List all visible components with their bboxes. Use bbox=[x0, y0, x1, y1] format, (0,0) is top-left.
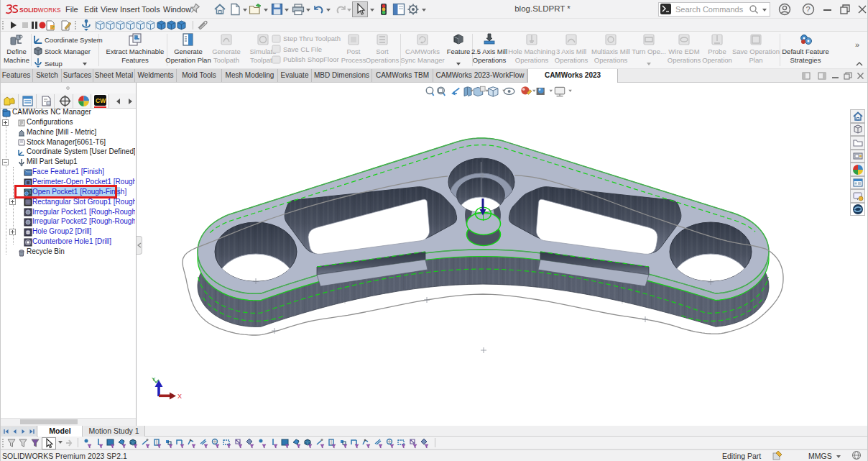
svg-text:X: X bbox=[177, 393, 182, 400]
svg-text:Y: Y bbox=[152, 376, 156, 383]
svg-text:?: ? bbox=[806, 5, 811, 14]
svg-text:↗: ↗ bbox=[51, 24, 55, 29]
svg-text:SOLIDWORKS: SOLIDWORKS bbox=[19, 6, 61, 14]
